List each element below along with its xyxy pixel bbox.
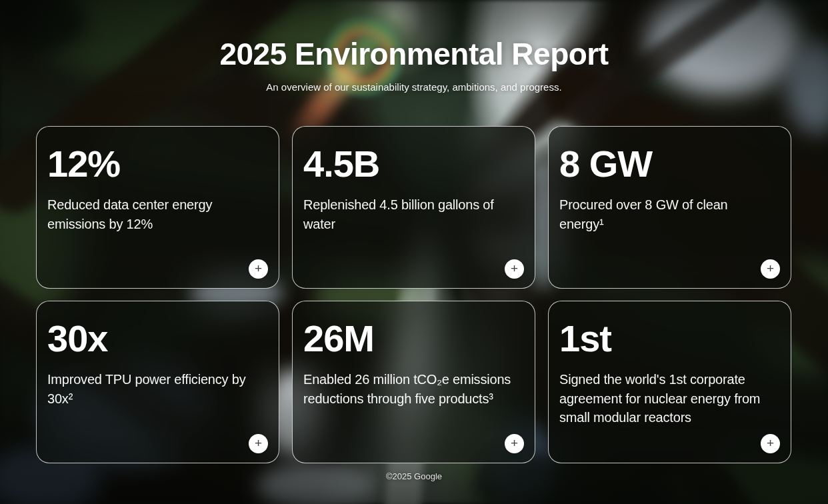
expand-button[interactable]: + (505, 259, 524, 279)
stat-value: 4.5B (303, 141, 524, 187)
expand-button[interactable]: + (249, 434, 268, 453)
stat-card-emissions-reductions: 26M Enabled 26 million tCO₂e emissions r… (292, 301, 535, 463)
page-subtitle: An overview of our sustainability strate… (0, 81, 828, 93)
stat-description: Signed the world's 1st corporate agreeme… (559, 370, 780, 427)
stat-card-water-replenishment: 4.5B Replenished 4.5 billion gallons of … (292, 126, 535, 289)
expand-button[interactable]: + (761, 434, 780, 453)
stat-description: Improved TPU power efficiency by 30x² (47, 370, 268, 408)
page-title: 2025 Environmental Report (0, 36, 828, 73)
stat-value: 12% (47, 141, 268, 187)
stat-value: 8 GW (559, 141, 780, 187)
plus-icon: + (511, 437, 518, 449)
stat-card-grid: 12% Reduced data center energy emissions… (36, 126, 792, 463)
plus-icon: + (255, 262, 262, 275)
copyright: ©2025 Google (0, 471, 828, 481)
stat-description: Enabled 26 million tCO₂e emissions reduc… (303, 370, 524, 408)
stat-card-tpu-efficiency: 30x Improved TPU power efficiency by 30x… (36, 301, 279, 463)
stat-value: 1st (559, 316, 780, 361)
stat-card-nuclear-agreement: 1st Signed the world's 1st corporate agr… (548, 301, 791, 463)
expand-button[interactable]: + (761, 259, 780, 279)
plus-icon: + (255, 437, 262, 449)
stat-card-clean-energy: 8 GW Procured over 8 GW of clean energy¹… (548, 126, 791, 289)
stat-description: Replenished 4.5 billion gallons of water (303, 195, 524, 233)
plus-icon: + (767, 262, 774, 275)
stat-description: Procured over 8 GW of clean energy¹ (559, 195, 780, 233)
stat-card-data-center-emissions: 12% Reduced data center energy emissions… (36, 126, 279, 289)
expand-button[interactable]: + (249, 259, 268, 279)
plus-icon: + (511, 262, 518, 275)
stat-value: 30x (47, 316, 268, 361)
stat-description: Reduced data center energy emissions by … (47, 195, 268, 233)
stat-value: 26M (303, 316, 524, 361)
hero-header: 2025 Environmental Report An overview of… (0, 36, 828, 93)
expand-button[interactable]: + (505, 434, 524, 453)
plus-icon: + (767, 437, 774, 449)
